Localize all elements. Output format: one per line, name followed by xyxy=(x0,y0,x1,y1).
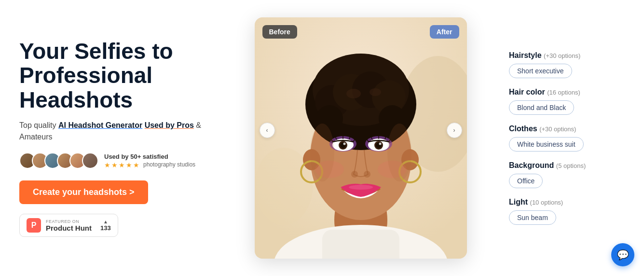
page-container: Your Selfies to Professional Headshots T… xyxy=(0,0,644,276)
option-group-light: Light (10 options) Sun beam xyxy=(509,198,625,225)
option-count-hair-color: (16 options) xyxy=(547,89,580,96)
headline: Your Selfies to Professional Headshots xyxy=(19,39,212,112)
option-pill-light[interactable]: Sun beam xyxy=(509,210,556,225)
product-hunt-icon: P xyxy=(27,218,41,233)
option-count-clothes: (+30 options) xyxy=(539,125,576,133)
ph-count: 133 xyxy=(100,224,111,232)
subheadline: Top quality AI Headshot Generator Used b… xyxy=(19,120,212,143)
svg-rect-5 xyxy=(322,230,399,259)
before-badge: Before xyxy=(262,25,297,39)
used-by-pros-link[interactable]: Used by Pros xyxy=(145,121,194,129)
option-name-hair-color: Hair color xyxy=(509,88,545,96)
used-text: Used by 50+ satisfied xyxy=(104,153,195,160)
chat-icon: 💬 xyxy=(617,249,629,261)
option-label-hairstyle: Hairstyle (+30 options) xyxy=(509,51,625,60)
ai-link[interactable]: AI Headshot Generator xyxy=(58,121,142,129)
option-count-hairstyle: (+30 options) xyxy=(544,52,580,59)
option-label-background: Background (5 options) xyxy=(509,161,625,170)
star-4: ★ xyxy=(126,161,132,169)
option-group-hairstyle: Hairstyle (+30 options) Short executive xyxy=(509,51,625,78)
product-hunt-badge[interactable]: P FEATURED ON Product Hunt ▲ 133 xyxy=(19,214,118,237)
studios-text: photography studios xyxy=(143,161,195,169)
svg-point-36 xyxy=(379,143,381,145)
option-count-light: (10 options) xyxy=(530,199,563,206)
option-pill-clothes[interactable]: White business suit xyxy=(509,137,584,152)
svg-point-44 xyxy=(349,185,373,190)
after-badge: After xyxy=(430,25,459,39)
option-group-background: Background (5 options) Office xyxy=(509,161,625,188)
next-arrow[interactable]: › xyxy=(447,123,462,138)
star-1: ★ xyxy=(104,161,110,169)
option-name-background: Background xyxy=(509,161,554,169)
ph-text: FEATURED ON Product Hunt xyxy=(46,219,92,232)
ph-votes: ▲ 133 xyxy=(100,219,111,232)
option-group-clothes: Clothes (+30 options) White business sui… xyxy=(509,124,625,152)
used-by-pros-text: Used by Pros xyxy=(145,121,194,129)
option-count-background: (5 options) xyxy=(556,162,586,169)
right-arrow-icon: › xyxy=(453,127,455,134)
option-pill-hairstyle[interactable]: Short executive xyxy=(509,64,572,78)
prev-arrow[interactable]: ‹ xyxy=(260,123,275,138)
svg-point-16 xyxy=(346,89,361,98)
option-label-hair-color: Hair color (16 options) xyxy=(509,88,625,97)
svg-point-42 xyxy=(351,171,358,178)
option-name-clothes: Clothes xyxy=(509,124,537,133)
options-panel: Hairstyle (+30 options) Short executive … xyxy=(499,51,625,225)
center-section: Before After xyxy=(222,0,499,276)
avatar xyxy=(82,152,98,169)
social-text: Used by 50+ satisfied ★ ★ ★ ★ ★ photogra… xyxy=(104,153,195,169)
star-3: ★ xyxy=(119,161,125,169)
left-arrow-icon: ‹ xyxy=(266,127,268,134)
subheadline-prefix: Top quality xyxy=(19,121,58,129)
svg-point-43 xyxy=(364,171,370,178)
cta-button[interactable]: Create your headshots > xyxy=(19,180,148,204)
social-proof: Used by 50+ satisfied ★ ★ ★ ★ ★ photogra… xyxy=(19,152,212,169)
svg-point-27 xyxy=(343,143,345,145)
ph-letter: P xyxy=(31,221,37,230)
nav-arrows: ‹ › xyxy=(255,123,467,138)
option-pill-background[interactable]: Office xyxy=(509,174,543,188)
portrait-image xyxy=(255,17,467,259)
left-section: Your Selfies to Professional Headshots T… xyxy=(19,39,222,237)
option-group-hair-color: Hair color (16 options) Blond and Black xyxy=(509,88,625,115)
star-2: ★ xyxy=(111,161,118,169)
option-name-hairstyle: Hairstyle xyxy=(509,51,542,59)
option-name-light: Light xyxy=(509,198,528,206)
ph-triangle-icon: ▲ xyxy=(103,219,108,224)
chat-button[interactable]: 💬 xyxy=(611,243,634,266)
ph-featured-label: FEATURED ON xyxy=(46,219,92,224)
ph-name: Product Hunt xyxy=(46,224,92,232)
stars-row: ★ ★ ★ ★ ★ photography studios xyxy=(104,161,195,169)
option-pill-hair-color[interactable]: Blond and Black xyxy=(509,100,574,115)
svg-point-17 xyxy=(370,88,381,96)
option-label-clothes: Clothes (+30 options) xyxy=(509,124,625,133)
option-label-light: Light (10 options) xyxy=(509,198,625,207)
image-container: Before After xyxy=(255,17,467,259)
avatars xyxy=(19,152,98,169)
star-5: ★ xyxy=(133,161,139,169)
